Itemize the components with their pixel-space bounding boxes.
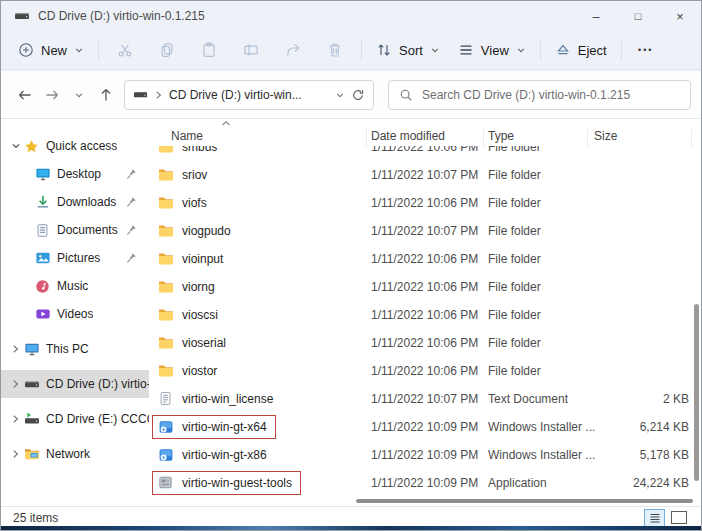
- delete-button[interactable]: [314, 35, 356, 65]
- rename-button[interactable]: [230, 35, 272, 65]
- name-cell[interactable]: sriov: [152, 163, 216, 187]
- folder-icon: [158, 146, 174, 155]
- table-row[interactable]: viogpudo1/11/2022 10:07 PMFile folder: [149, 217, 693, 245]
- sort-icon: [376, 42, 392, 58]
- chevron-right-icon[interactable]: [7, 449, 24, 459]
- paste-button[interactable]: [188, 35, 230, 65]
- name-cell[interactable]: viogpudo: [152, 219, 240, 243]
- table-row[interactable]: virtio-win-gt-x861/11/2022 10:09 PMWindo…: [149, 441, 693, 469]
- highlighted-name-cell[interactable]: virtio-win-gt-x64: [152, 415, 276, 439]
- chevron-right-icon[interactable]: [7, 414, 24, 424]
- desktop-edge: [1, 526, 701, 530]
- table-row[interactable]: viostor1/11/2022 10:06 PMFile folder: [149, 357, 693, 385]
- column-header-date-modified[interactable]: Date modified: [371, 129, 445, 143]
- sidebar-item-pictures[interactable]: Pictures: [1, 244, 149, 272]
- file-date-modified: 1/11/2022 10:06 PM: [371, 196, 478, 210]
- name-cell[interactable]: vioinput: [152, 247, 232, 271]
- scissors-icon: [117, 42, 133, 58]
- name-cell[interactable]: viorng: [152, 275, 224, 299]
- view-button[interactable]: View: [449, 35, 535, 65]
- breadcrumb[interactable]: CD Drive (D:) virtio-win...: [169, 88, 329, 102]
- view-button-label: View: [481, 43, 509, 58]
- maximize-button[interactable]: □: [617, 1, 659, 31]
- sidebar-item-label: Downloads: [57, 195, 116, 209]
- close-button[interactable]: ×: [659, 1, 701, 31]
- highlighted-name-cell[interactable]: virtio-win-guest-tools: [152, 471, 301, 495]
- share-button[interactable]: [272, 35, 314, 65]
- table-row[interactable]: smbus1/11/2022 10:06 PMFile folder: [149, 146, 693, 161]
- name-cell[interactable]: vioscsi: [152, 303, 227, 327]
- rename-icon: [243, 42, 259, 58]
- column-headers: Name Date modified Type Size: [149, 127, 693, 147]
- column-header-name[interactable]: Name: [171, 129, 203, 143]
- table-row[interactable]: sriov1/11/2022 10:07 PMFile folder: [149, 161, 693, 189]
- sidebar-item-quick-access[interactable]: Quick access: [1, 132, 149, 160]
- sidebar-item-this-pc[interactable]: This PC: [1, 335, 149, 363]
- file-size: 5,178 KB: [569, 448, 689, 462]
- file-date-modified: 1/11/2022 10:07 PM: [371, 224, 478, 238]
- name-cell[interactable]: smbus: [152, 146, 226, 159]
- sidebar-item-music[interactable]: Music: [1, 272, 149, 300]
- table-row[interactable]: virtio-win_license1/11/2022 10:07 PMText…: [149, 385, 693, 413]
- file-name: viostor: [182, 364, 217, 378]
- refresh-icon[interactable]: [351, 88, 365, 102]
- search-box[interactable]: [388, 80, 691, 110]
- videos-icon: [35, 306, 57, 322]
- up-button[interactable]: [92, 81, 119, 109]
- horizontal-scrollbar[interactable]: [356, 499, 693, 503]
- name-cell[interactable]: virtio-win-gt-x86: [152, 443, 276, 467]
- back-button[interactable]: [11, 81, 38, 109]
- folder-icon: [158, 363, 174, 379]
- column-header-type[interactable]: Type: [488, 129, 514, 143]
- sidebar-item-label: Documents: [57, 223, 118, 237]
- table-row[interactable]: vioscsi1/11/2022 10:06 PMFile folder: [149, 301, 693, 329]
- recent-locations-button[interactable]: [65, 81, 92, 109]
- sidebar-item-cd-drive-e-cccom[interactable]: CD Drive (E:) CCCOM: [1, 405, 149, 433]
- pin-icon: [126, 168, 137, 179]
- table-row[interactable]: viofs1/11/2022 10:06 PMFile folder: [149, 189, 693, 217]
- folder-icon: [158, 251, 174, 267]
- chevron-right-icon[interactable]: [7, 379, 24, 389]
- chevron-down-icon[interactable]: [335, 90, 345, 100]
- table-row[interactable]: vioserial1/11/2022 10:06 PMFile folder: [149, 329, 693, 357]
- sidebar-item-documents[interactable]: Documents: [1, 216, 149, 244]
- computer-icon: [24, 341, 46, 357]
- name-cell[interactable]: vioserial: [152, 331, 235, 355]
- table-row[interactable]: vioinput1/11/2022 10:06 PMFile folder: [149, 245, 693, 273]
- sidebar-item-downloads[interactable]: Downloads: [1, 188, 149, 216]
- table-row[interactable]: virtio-win-guest-tools1/11/2022 10:09 PM…: [149, 469, 693, 497]
- table-row[interactable]: virtio-win-gt-x641/11/2022 10:09 PMWindo…: [149, 413, 693, 441]
- forward-button[interactable]: [38, 81, 65, 109]
- sidebar-item-desktop[interactable]: Desktop: [1, 160, 149, 188]
- column-header-size[interactable]: Size: [594, 129, 617, 143]
- cut-button[interactable]: [104, 35, 146, 65]
- status-bar: 25 items: [1, 506, 701, 528]
- search-input[interactable]: [422, 88, 680, 102]
- minimize-button[interactable]: –: [575, 1, 617, 31]
- chevron-right-icon[interactable]: [7, 344, 24, 354]
- name-cell[interactable]: virtio-win_license: [152, 387, 282, 411]
- name-cell[interactable]: viofs: [152, 191, 216, 215]
- column-divider: [366, 129, 367, 147]
- name-cell[interactable]: viostor: [152, 359, 226, 383]
- copy-button[interactable]: [146, 35, 188, 65]
- list-view-icon: [458, 42, 474, 58]
- new-button[interactable]: New: [9, 35, 93, 65]
- address-bar[interactable]: CD Drive (D:) virtio-win...: [124, 80, 374, 110]
- eject-button[interactable]: Eject: [546, 35, 616, 65]
- vertical-scrollbar[interactable]: [694, 304, 699, 481]
- sidebar-item-cd-drive-d-virtio-w[interactable]: CD Drive (D:) virtio-w: [1, 370, 149, 398]
- chevron-down-icon[interactable]: [7, 141, 24, 151]
- more-options-button[interactable]: •••: [627, 35, 665, 65]
- sidebar-item-network[interactable]: Network: [1, 440, 149, 468]
- table-row[interactable]: viorng1/11/2022 10:06 PMFile folder: [149, 273, 693, 301]
- sort-ascending-icon[interactable]: [221, 120, 231, 127]
- chevron-right-icon: [154, 90, 163, 100]
- thumbnail-view-toggle[interactable]: [671, 511, 687, 524]
- sidebar-item-label: Desktop: [57, 167, 101, 181]
- sidebar-item-videos[interactable]: Videos: [1, 300, 149, 328]
- chevron-down-icon: [516, 45, 526, 55]
- details-view-toggle[interactable]: [644, 509, 665, 527]
- file-type: File folder: [488, 224, 541, 238]
- sort-button[interactable]: Sort: [367, 35, 449, 65]
